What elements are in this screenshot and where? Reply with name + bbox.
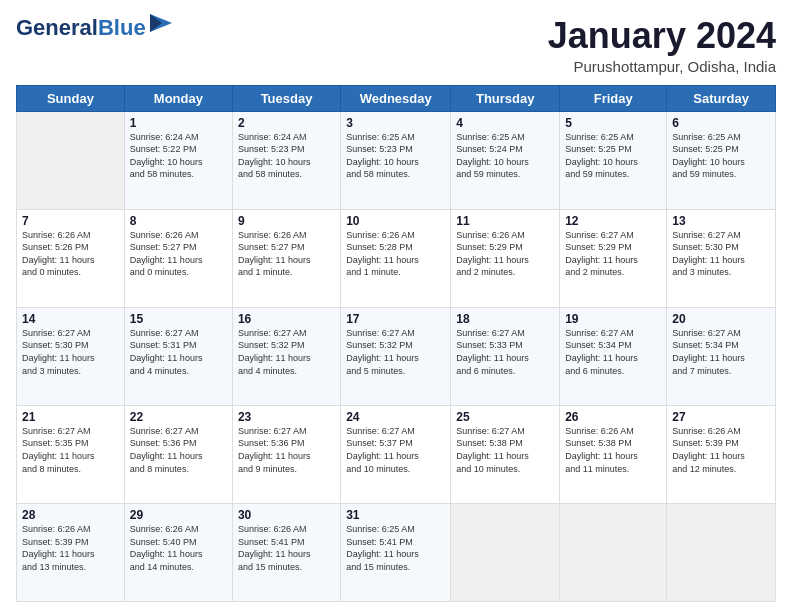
day-info: Sunrise: 6:27 AM Sunset: 5:38 PM Dayligh…	[456, 425, 554, 475]
calendar-cell: 1Sunrise: 6:24 AM Sunset: 5:22 PM Daylig…	[124, 111, 232, 209]
day-number: 11	[456, 214, 554, 228]
month-title: January 2024	[548, 16, 776, 56]
day-number: 17	[346, 312, 445, 326]
day-header-friday: Friday	[560, 85, 667, 111]
calendar-cell: 9Sunrise: 6:26 AM Sunset: 5:27 PM Daylig…	[232, 209, 340, 307]
calendar-cell: 6Sunrise: 6:25 AM Sunset: 5:25 PM Daylig…	[667, 111, 776, 209]
calendar-cell: 31Sunrise: 6:25 AM Sunset: 5:41 PM Dayli…	[341, 503, 451, 601]
calendar-cell: 26Sunrise: 6:26 AM Sunset: 5:38 PM Dayli…	[560, 405, 667, 503]
day-number: 2	[238, 116, 335, 130]
calendar-header-row: SundayMondayTuesdayWednesdayThursdayFrid…	[17, 85, 776, 111]
calendar-cell: 20Sunrise: 6:27 AM Sunset: 5:34 PM Dayli…	[667, 307, 776, 405]
calendar-cell: 23Sunrise: 6:27 AM Sunset: 5:36 PM Dayli…	[232, 405, 340, 503]
day-info: Sunrise: 6:27 AM Sunset: 5:34 PM Dayligh…	[565, 327, 661, 377]
day-info: Sunrise: 6:27 AM Sunset: 5:29 PM Dayligh…	[565, 229, 661, 279]
logo-blue: Blue	[98, 15, 146, 40]
calendar-cell: 27Sunrise: 6:26 AM Sunset: 5:39 PM Dayli…	[667, 405, 776, 503]
week-row-3: 14Sunrise: 6:27 AM Sunset: 5:30 PM Dayli…	[17, 307, 776, 405]
day-number: 8	[130, 214, 227, 228]
day-number: 1	[130, 116, 227, 130]
day-header-tuesday: Tuesday	[232, 85, 340, 111]
day-number: 28	[22, 508, 119, 522]
calendar-cell: 4Sunrise: 6:25 AM Sunset: 5:24 PM Daylig…	[451, 111, 560, 209]
day-number: 27	[672, 410, 770, 424]
day-number: 3	[346, 116, 445, 130]
day-info: Sunrise: 6:27 AM Sunset: 5:36 PM Dayligh…	[238, 425, 335, 475]
day-number: 25	[456, 410, 554, 424]
day-header-thursday: Thursday	[451, 85, 560, 111]
day-info: Sunrise: 6:26 AM Sunset: 5:40 PM Dayligh…	[130, 523, 227, 573]
day-number: 23	[238, 410, 335, 424]
day-info: Sunrise: 6:24 AM Sunset: 5:22 PM Dayligh…	[130, 131, 227, 181]
day-info: Sunrise: 6:27 AM Sunset: 5:32 PM Dayligh…	[346, 327, 445, 377]
day-number: 9	[238, 214, 335, 228]
logo-icon	[150, 14, 172, 32]
day-info: Sunrise: 6:27 AM Sunset: 5:37 PM Dayligh…	[346, 425, 445, 475]
day-info: Sunrise: 6:25 AM Sunset: 5:25 PM Dayligh…	[672, 131, 770, 181]
calendar-cell: 28Sunrise: 6:26 AM Sunset: 5:39 PM Dayli…	[17, 503, 125, 601]
calendar-cell: 13Sunrise: 6:27 AM Sunset: 5:30 PM Dayli…	[667, 209, 776, 307]
day-info: Sunrise: 6:25 AM Sunset: 5:25 PM Dayligh…	[565, 131, 661, 181]
day-header-monday: Monday	[124, 85, 232, 111]
day-info: Sunrise: 6:25 AM Sunset: 5:23 PM Dayligh…	[346, 131, 445, 181]
header: GeneralBlue January 2024 Purushottampur,…	[16, 16, 776, 75]
calendar-cell	[667, 503, 776, 601]
day-number: 10	[346, 214, 445, 228]
location: Purushottampur, Odisha, India	[548, 58, 776, 75]
calendar-cell: 14Sunrise: 6:27 AM Sunset: 5:30 PM Dayli…	[17, 307, 125, 405]
day-info: Sunrise: 6:26 AM Sunset: 5:27 PM Dayligh…	[130, 229, 227, 279]
calendar-cell: 11Sunrise: 6:26 AM Sunset: 5:29 PM Dayli…	[451, 209, 560, 307]
page: GeneralBlue January 2024 Purushottampur,…	[0, 0, 792, 612]
day-info: Sunrise: 6:27 AM Sunset: 5:31 PM Dayligh…	[130, 327, 227, 377]
day-number: 26	[565, 410, 661, 424]
day-number: 4	[456, 116, 554, 130]
day-info: Sunrise: 6:26 AM Sunset: 5:41 PM Dayligh…	[238, 523, 335, 573]
calendar-cell: 10Sunrise: 6:26 AM Sunset: 5:28 PM Dayli…	[341, 209, 451, 307]
day-number: 7	[22, 214, 119, 228]
title-block: January 2024 Purushottampur, Odisha, Ind…	[548, 16, 776, 75]
calendar-cell: 30Sunrise: 6:26 AM Sunset: 5:41 PM Dayli…	[232, 503, 340, 601]
calendar-cell: 2Sunrise: 6:24 AM Sunset: 5:23 PM Daylig…	[232, 111, 340, 209]
calendar-cell: 24Sunrise: 6:27 AM Sunset: 5:37 PM Dayli…	[341, 405, 451, 503]
calendar-cell: 22Sunrise: 6:27 AM Sunset: 5:36 PM Dayli…	[124, 405, 232, 503]
day-number: 16	[238, 312, 335, 326]
day-info: Sunrise: 6:27 AM Sunset: 5:30 PM Dayligh…	[22, 327, 119, 377]
calendar-cell: 17Sunrise: 6:27 AM Sunset: 5:32 PM Dayli…	[341, 307, 451, 405]
calendar-cell	[560, 503, 667, 601]
day-header-wednesday: Wednesday	[341, 85, 451, 111]
day-info: Sunrise: 6:25 AM Sunset: 5:41 PM Dayligh…	[346, 523, 445, 573]
day-info: Sunrise: 6:26 AM Sunset: 5:39 PM Dayligh…	[672, 425, 770, 475]
week-row-2: 7Sunrise: 6:26 AM Sunset: 5:26 PM Daylig…	[17, 209, 776, 307]
calendar-cell: 3Sunrise: 6:25 AM Sunset: 5:23 PM Daylig…	[341, 111, 451, 209]
calendar-cell: 18Sunrise: 6:27 AM Sunset: 5:33 PM Dayli…	[451, 307, 560, 405]
day-info: Sunrise: 6:26 AM Sunset: 5:39 PM Dayligh…	[22, 523, 119, 573]
day-number: 18	[456, 312, 554, 326]
calendar-cell: 19Sunrise: 6:27 AM Sunset: 5:34 PM Dayli…	[560, 307, 667, 405]
day-info: Sunrise: 6:24 AM Sunset: 5:23 PM Dayligh…	[238, 131, 335, 181]
day-number: 5	[565, 116, 661, 130]
week-row-5: 28Sunrise: 6:26 AM Sunset: 5:39 PM Dayli…	[17, 503, 776, 601]
day-info: Sunrise: 6:25 AM Sunset: 5:24 PM Dayligh…	[456, 131, 554, 181]
calendar-cell: 8Sunrise: 6:26 AM Sunset: 5:27 PM Daylig…	[124, 209, 232, 307]
day-info: Sunrise: 6:27 AM Sunset: 5:33 PM Dayligh…	[456, 327, 554, 377]
day-info: Sunrise: 6:26 AM Sunset: 5:28 PM Dayligh…	[346, 229, 445, 279]
day-info: Sunrise: 6:27 AM Sunset: 5:32 PM Dayligh…	[238, 327, 335, 377]
week-row-1: 1Sunrise: 6:24 AM Sunset: 5:22 PM Daylig…	[17, 111, 776, 209]
calendar-cell: 21Sunrise: 6:27 AM Sunset: 5:35 PM Dayli…	[17, 405, 125, 503]
day-info: Sunrise: 6:27 AM Sunset: 5:30 PM Dayligh…	[672, 229, 770, 279]
day-number: 20	[672, 312, 770, 326]
calendar-cell: 5Sunrise: 6:25 AM Sunset: 5:25 PM Daylig…	[560, 111, 667, 209]
day-info: Sunrise: 6:26 AM Sunset: 5:26 PM Dayligh…	[22, 229, 119, 279]
logo-general: General	[16, 15, 98, 40]
day-info: Sunrise: 6:27 AM Sunset: 5:34 PM Dayligh…	[672, 327, 770, 377]
day-number: 29	[130, 508, 227, 522]
day-number: 24	[346, 410, 445, 424]
day-number: 15	[130, 312, 227, 326]
calendar-cell: 7Sunrise: 6:26 AM Sunset: 5:26 PM Daylig…	[17, 209, 125, 307]
calendar: SundayMondayTuesdayWednesdayThursdayFrid…	[16, 85, 776, 602]
day-header-saturday: Saturday	[667, 85, 776, 111]
day-info: Sunrise: 6:26 AM Sunset: 5:27 PM Dayligh…	[238, 229, 335, 279]
day-number: 19	[565, 312, 661, 326]
day-number: 12	[565, 214, 661, 228]
day-number: 30	[238, 508, 335, 522]
